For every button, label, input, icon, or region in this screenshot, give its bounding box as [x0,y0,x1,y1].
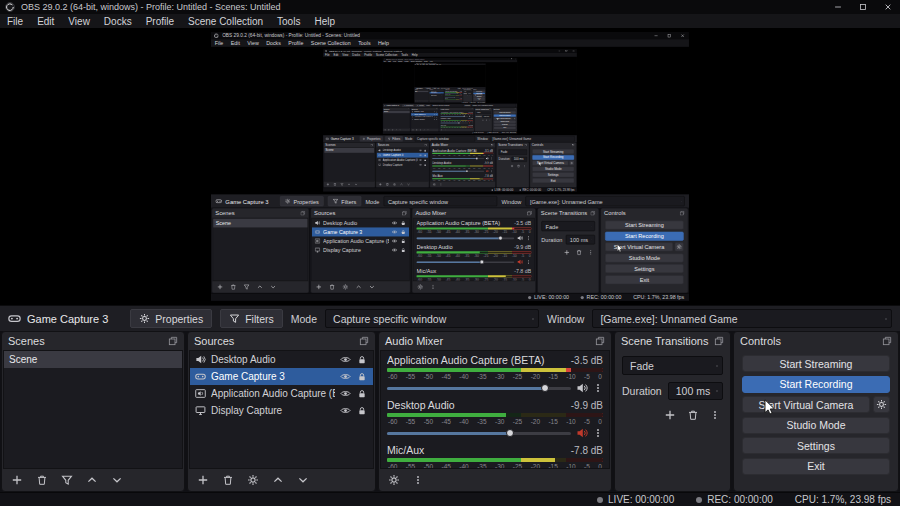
capture-mode-select[interactable]: Capture specific window [325,309,539,328]
menu-item[interactable]: File [0,14,30,28]
filters-button[interactable]: Filters [220,309,283,328]
control-button[interactable]: Start Streaming [742,355,890,372]
transition-menu-icon[interactable] [710,409,720,421]
maximize-button[interactable] [850,0,875,14]
visibility-eye-icon [434,116,436,118]
lock-icon[interactable] [357,354,367,365]
db-tick-label: -10 [467,114,468,115]
move-scene-up-button[interactable] [86,474,98,486]
remove-transition-button[interactable] [687,409,699,421]
control-button[interactable]: Settings [742,437,890,454]
scenes-panel: Scenes Scene [383,108,411,132]
source-row: Game Capture 3 [312,227,409,236]
popout-icon [515,108,516,109]
lock-icon[interactable] [357,371,367,382]
transition-value: Fade [630,360,654,372]
menu-item[interactable]: Scene Collection [181,14,270,28]
control-button[interactable]: Start Virtual Camera [742,396,870,413]
scene-item[interactable]: Scene [4,351,182,368]
virtual-camera-settings-button[interactable] [873,396,890,413]
duration-spinbox[interactable]: 100 ms [668,382,723,400]
preview-area[interactable]: OBS 29.0.2 (64-bit, windows) - Profile: … [0,28,900,305]
properties-button[interactable]: Properties [130,309,212,328]
source-row-icons [340,371,368,382]
source-row[interactable]: Application Audio Capture (BETA) [190,385,373,402]
close-button[interactable] [875,0,900,14]
mute-speaker-icon[interactable] [576,382,588,394]
window-label: Window [465,105,471,107]
menu-item[interactable]: Edit [30,14,61,28]
lock-icon[interactable] [357,388,367,399]
channel-controls [445,97,462,98]
db-tick-label: -5 [470,114,471,115]
advanced-audio-properties-button[interactable] [388,474,400,486]
add-transition-button[interactable] [664,409,676,421]
control-button[interactable]: Studio Mode [742,417,890,434]
menu-item[interactable]: Profile [139,14,181,28]
slider-handle[interactable] [541,384,549,392]
channel-kebab-menu-icon[interactable] [593,382,603,394]
menu-item[interactable]: Help [307,14,342,28]
volume-slider[interactable] [387,383,571,393]
capture-window-select[interactable]: [Game.exe]: Unnamed Game [592,309,892,328]
transition-select[interactable]: Fade [622,356,723,375]
maximize-button [662,32,675,39]
menu-item[interactable]: Docks [97,14,139,28]
popout-icon[interactable] [595,336,605,346]
db-tick-label: -45 [449,121,450,122]
channel-kebab-menu-icon[interactable] [593,427,603,439]
lock-icon[interactable] [357,405,367,416]
mixer-channel: Desktop Audio -9.9 dB -60-55-50-45-40-35… [413,242,534,266]
db-tick-label: -15 [478,154,481,156]
add-source-button[interactable] [197,474,209,486]
source-row[interactable]: Desktop Audio [190,351,373,368]
sources-header: Sources [188,332,375,350]
channel-kebab-menu-icon [471,115,472,117]
spinner-arrows-icon [710,360,718,372]
popout-icon[interactable] [882,336,892,346]
visibility-eye-icon[interactable] [340,405,351,416]
audio-mixer-header: Audio Mixer [379,332,611,350]
popout-icon[interactable] [714,336,724,346]
source-row[interactable]: Game Capture 3 [190,368,373,385]
control-button[interactable]: Exit [742,458,890,475]
control-button-row: Start Virtual Camera [494,117,516,120]
scene-transitions-panel: Scene Transitions Fade Duration 100 ms [463,89,472,102]
control-button-row: Settings [494,123,516,126]
volume-slider[interactable] [387,428,571,438]
menu-item: View [392,60,397,62]
sources-toolbar [411,128,439,131]
spinner-arrows-icon [710,385,718,397]
slider-handle[interactable] [506,429,514,437]
popout-icon[interactable] [168,336,178,346]
control-button: Settings [605,264,684,273]
rec-indicator-dot [487,132,488,133]
source-row[interactable]: Display Capture [190,402,373,419]
mute-speaker-icon[interactable] [576,427,588,439]
db-tick-label: 0 [492,180,493,182]
visibility-eye-icon[interactable] [340,371,351,382]
control-button: Exit [605,275,684,284]
capture-window-value: [Game.exe]: Unnamed Game [473,105,494,107]
move-source-down-button[interactable] [297,474,309,486]
transition-select: Fade [464,91,472,93]
minimize-button[interactable] [825,0,850,14]
mixer-channel: Application Audio Capture (BETA) -3.5 dB… [445,91,463,95]
popout-icon[interactable] [359,336,369,346]
control-button[interactable]: Start Recording [742,376,890,393]
add-scene-button[interactable] [11,474,23,486]
menu-item[interactable]: Tools [270,14,307,28]
remove-scene-button[interactable] [36,474,48,486]
visibility-eye-icon[interactable] [340,388,351,399]
scene-filters-button[interactable] [61,474,73,486]
remove-source-button[interactable] [222,474,234,486]
source-properties-button[interactable] [247,474,259,486]
move-source-up-button[interactable] [272,474,284,486]
menu-item[interactable]: View [61,14,97,28]
controls-header: Controls [601,208,688,218]
visibility-eye-icon[interactable] [340,354,351,365]
db-tick-label: -50 [424,373,433,380]
move-scene-down-button[interactable] [111,474,123,486]
game-capture-icon [384,105,386,107]
mixer-menu-icon[interactable] [413,474,423,486]
